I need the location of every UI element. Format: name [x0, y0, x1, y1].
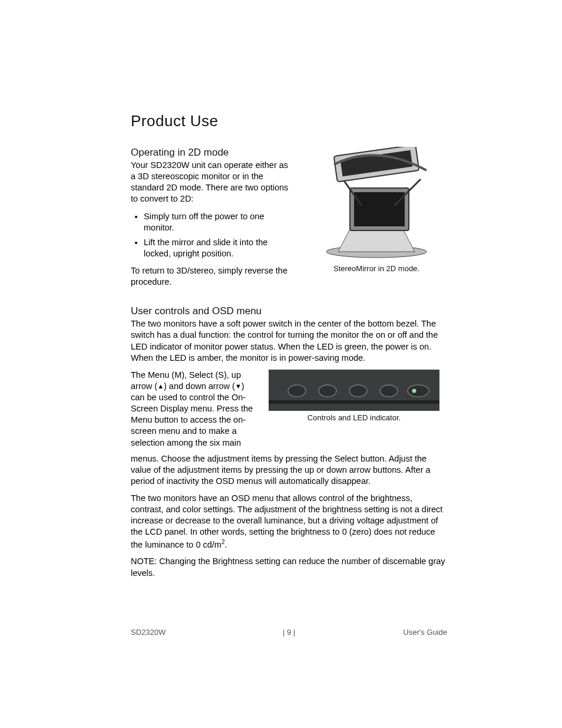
page-title: Product Use [131, 112, 447, 130]
section-operating-2d: Operating in 2D mode Your SD2320W unit c… [131, 147, 447, 294]
svg-point-9 [288, 385, 306, 397]
footer-page-number: | 9 | [236, 628, 342, 637]
figure-caption: StereoMirror in 2D mode. [306, 264, 447, 273]
stereomirror-illustration [306, 147, 447, 262]
heading-operating-2d: Operating in 2D mode [131, 147, 292, 159]
options-list: Simply turn off the power to one monitor… [131, 211, 292, 260]
paragraph: The Menu (M), Select (S), up arrow (▲) a… [131, 370, 254, 449]
footer-doc-title: User's Guide [342, 628, 447, 637]
svg-point-11 [349, 385, 367, 397]
down-arrow-icon: ▼ [235, 383, 242, 390]
paragraph: The two monitors have a soft power switc… [131, 318, 447, 364]
list-item: Lift the mirror and slide it into the lo… [144, 237, 292, 259]
intro-text: Your SD2320W unit can operate either as … [131, 160, 292, 205]
heading-user-controls: User controls and OSD menu [131, 305, 447, 317]
svg-point-12 [380, 385, 398, 397]
note-text: NOTE: Changing the Brightness setting ca… [131, 556, 447, 578]
paragraph: menus. Choose the adjustment items by pr… [131, 453, 447, 487]
figure-caption: Controls and LED indicator. [269, 413, 439, 422]
svg-point-13 [408, 385, 429, 397]
controls-illustration [269, 370, 439, 411]
text-fragment: . [225, 539, 227, 549]
section-user-controls: User controls and OSD menu The two monit… [131, 305, 447, 578]
svg-point-14 [412, 388, 416, 393]
svg-point-10 [319, 385, 336, 397]
text-fragment: ) can be used to control the On-Screen D… [131, 381, 253, 447]
footer-model: SD2320W [131, 628, 236, 637]
figure-stereomirror: StereoMirror in 2D mode. [306, 147, 447, 273]
list-item: Simply turn off the power to one monitor… [144, 211, 292, 233]
up-arrow-icon: ▲ [157, 383, 164, 390]
svg-rect-8 [269, 400, 439, 404]
svg-rect-2 [354, 192, 405, 226]
page-footer: SD2320W | 9 | User's Guide [131, 628, 447, 637]
text-fragment: The two monitors have an OSD menu that a… [131, 493, 442, 549]
text-fragment: ) and down arrow ( [164, 381, 235, 391]
figure-controls: Controls and LED indicator. [269, 370, 439, 422]
paragraph: The two monitors have an OSD menu that a… [131, 493, 447, 550]
outro-text: To return to 3D/stereo, simply reverse t… [131, 265, 292, 288]
